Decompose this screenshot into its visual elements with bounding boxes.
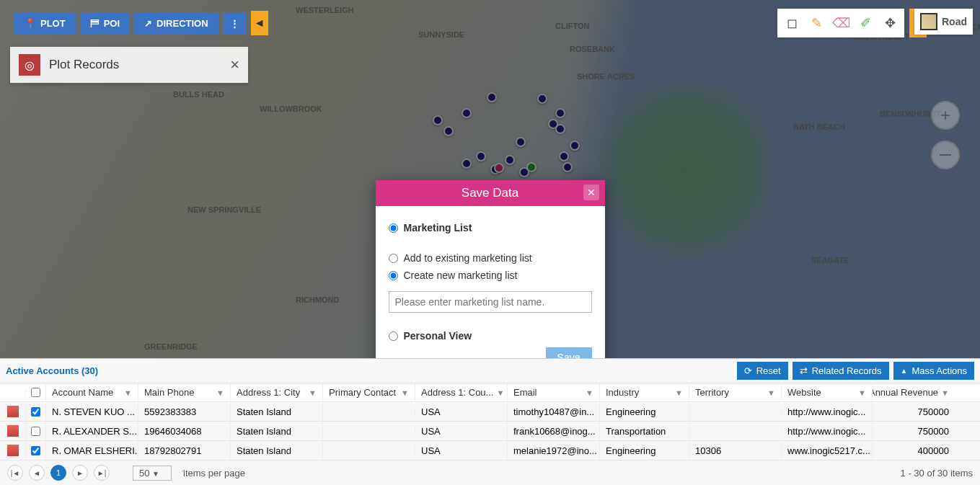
row-checkbox-cell[interactable] <box>26 442 46 459</box>
col-select-all[interactable] <box>26 384 46 401</box>
data-grid: Active Accounts (30) ⟳Reset ⇄Related Rec… <box>0 358 980 485</box>
cell-email: melanie1972@ino... <box>508 442 600 460</box>
col-email[interactable]: Email▼ <box>508 383 600 401</box>
plot-records-title: Plot Records <box>49 58 221 72</box>
row-checkbox[interactable] <box>31 407 40 417</box>
radio-create-new[interactable]: Create new marketing list <box>389 270 592 281</box>
cell-website: http://www.inogic... <box>782 403 873 421</box>
edit-shape-button[interactable]: ✐ <box>855 13 875 33</box>
col-city[interactable]: Address 1: City▼ <box>231 383 323 401</box>
marketing-list-name-input[interactable] <box>389 291 592 313</box>
direction-button[interactable]: ↗DIRECTION <box>134 13 218 34</box>
swap-icon: ⇄ <box>800 365 808 376</box>
filter-icon[interactable]: ▼ <box>941 388 949 397</box>
row-checkbox[interactable] <box>31 446 40 455</box>
cell-revenue: 400000 <box>873 442 955 460</box>
page-next-button[interactable]: ► <box>72 465 88 481</box>
map-type-label: Road <box>942 16 967 27</box>
cell-contact <box>323 427 415 435</box>
modal-close-button[interactable]: ✕ <box>583 184 599 200</box>
poi-icon: ⛿ <box>90 18 100 29</box>
save-data-modal: Save Data ✕ Marketing List Add to existi… <box>376 180 605 378</box>
radio-personal-input[interactable] <box>389 332 398 341</box>
direction-label: DIRECTION <box>156 18 208 29</box>
zoom-out-button[interactable] <box>931 141 960 169</box>
filter-icon[interactable]: ▼ <box>767 388 775 397</box>
col-territory[interactable]: Territory▼ <box>689 383 782 401</box>
filter-icon[interactable]: ▼ <box>124 388 132 397</box>
cell-city: Staten Island <box>231 422 323 440</box>
row-type-icon <box>0 402 26 421</box>
table-row[interactable]: R. OMAR ELSHERI...18792802791Staten Isla… <box>0 441 980 460</box>
grid-footer: |◄ ◄ 1 ► ►| 50 ▼ items per page 1 - 30 o… <box>0 460 980 485</box>
mass-label: Mass Actions <box>911 365 967 376</box>
plot-label: PLOT <box>40 18 66 29</box>
table-row[interactable]: N. STEVEN KUO ...5592383383Staten Island… <box>0 402 980 422</box>
modal-title: Save Data <box>462 186 518 200</box>
cell-contact <box>323 447 415 454</box>
cell-email: timothy10487@in... <box>508 403 600 421</box>
radio-marketing-list[interactable]: Marketing List <box>389 222 592 233</box>
cell-contact <box>323 408 415 415</box>
poi-button[interactable]: ⛿POI <box>80 13 130 34</box>
refresh-icon: ⟳ <box>744 365 752 376</box>
main-toolbar: 📍PLOT ⛿POI ↗DIRECTION ⋮ ◄ <box>14 11 268 35</box>
filter-icon[interactable]: ▼ <box>675 388 683 397</box>
reset-button[interactable]: ⟳Reset <box>737 362 788 380</box>
cell-territory <box>689 408 782 415</box>
page-current[interactable]: 1 <box>50 465 66 481</box>
cell-phone: 18792802791 <box>138 442 231 460</box>
col-country[interactable]: Address 1: Cou...▼ <box>415 383 508 401</box>
row-checkbox[interactable] <box>31 427 40 436</box>
radio-add-existing-input[interactable] <box>389 254 398 263</box>
radio-marketing-input[interactable] <box>389 223 398 233</box>
page-prev-button[interactable]: ◄ <box>29 465 45 481</box>
row-checkbox-cell[interactable] <box>26 423 46 440</box>
filter-icon[interactable]: ▼ <box>496 388 504 397</box>
mass-actions-button[interactable]: Mass Actions <box>893 362 975 380</box>
filter-icon[interactable]: ▼ <box>216 388 224 397</box>
measure-button[interactable]: ✥ <box>880 13 900 33</box>
col-industry[interactable]: Industry▼ <box>600 383 689 401</box>
more-button[interactable]: ⋮ <box>223 13 247 34</box>
eraser-button[interactable]: ⌫ <box>831 13 851 33</box>
filter-icon[interactable]: ▼ <box>401 388 409 397</box>
select-all-checkbox[interactable] <box>31 388 40 397</box>
cell-territory <box>689 427 782 435</box>
radio-add-existing[interactable]: Add to existing marketing list <box>389 252 592 264</box>
plot-button[interactable]: 📍PLOT <box>14 13 76 34</box>
filter-icon[interactable]: ▼ <box>309 388 317 397</box>
related-records-button[interactable]: ⇄Related Records <box>793 362 889 380</box>
radio-add-existing-label: Add to existing marketing list <box>404 252 532 264</box>
col-icon <box>0 389 26 396</box>
page-size-select[interactable]: 50 ▼ <box>133 466 172 481</box>
page-last-button[interactable]: ►| <box>94 465 110 481</box>
collapse-left-button[interactable]: ◄ <box>251 11 268 35</box>
radio-personal-view[interactable]: Personal View <box>389 330 592 342</box>
col-website[interactable]: Website▼ <box>782 383 873 401</box>
filter-icon[interactable]: ▼ <box>586 388 593 397</box>
map-type-button[interactable]: Road <box>914 9 973 35</box>
grid-title[interactable]: Active Accounts (30) <box>6 365 98 376</box>
select-shape-button[interactable]: ◻ <box>782 13 802 33</box>
shape-toolbar: ◻ ✎ ⌫ ✐ ✥ <box>777 9 904 37</box>
cell-name: R. ALEXANDER S... <box>46 422 138 440</box>
page-info: 1 - 30 of 30 items <box>901 468 973 479</box>
table-row[interactable]: R. ALEXANDER S...19646034068Staten Islan… <box>0 422 980 441</box>
filter-icon[interactable]: ▼ <box>858 388 866 397</box>
close-plot-card-button[interactable]: × <box>230 55 239 74</box>
row-checkbox-cell[interactable] <box>26 404 46 420</box>
zoom-in-button[interactable]: + <box>931 101 960 130</box>
cell-name: R. OMAR ELSHERI... <box>46 442 138 460</box>
pencil-button[interactable]: ✎ <box>806 13 826 33</box>
direction-icon: ↗ <box>144 18 152 29</box>
col-account-name[interactable]: Account Name▼ <box>46 383 138 401</box>
radio-create-new-input[interactable] <box>389 271 398 280</box>
col-primary-contact[interactable]: Primary Contact▼ <box>323 383 415 401</box>
cell-territory: 10306 <box>689 442 782 460</box>
col-main-phone[interactable]: Main Phone▼ <box>138 383 231 401</box>
col-revenue[interactable]: Annual Revenue▼ <box>873 383 955 401</box>
cell-email: frank10668@inog... <box>508 422 600 440</box>
map-thumb-icon <box>920 13 937 30</box>
page-first-button[interactable]: |◄ <box>7 465 23 481</box>
